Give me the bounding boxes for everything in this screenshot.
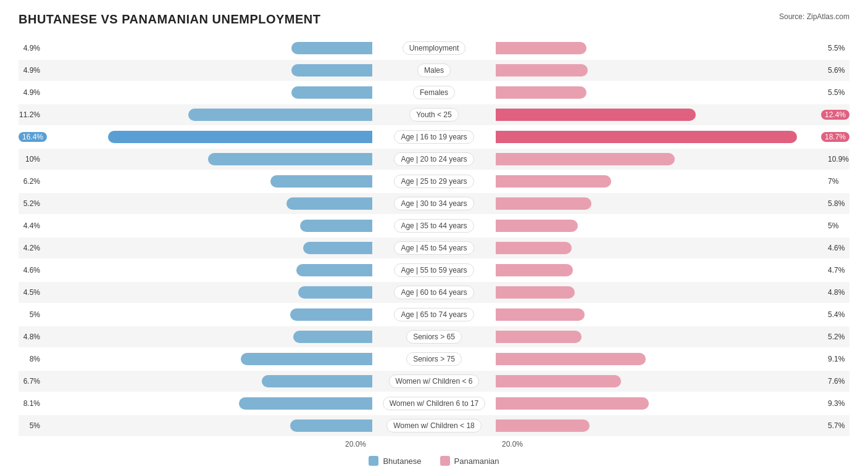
panamanian-color-box [440, 456, 450, 466]
left-side: 4.9% [19, 39, 372, 57]
left-bar-container [43, 153, 372, 165]
right-value-label: 12.4% [821, 110, 849, 120]
right-bar-container [496, 42, 825, 54]
left-bar [298, 286, 372, 299]
right-bar [496, 264, 573, 276]
left-value-label: 4.9% [19, 88, 40, 97]
left-side: 8.1% [19, 395, 372, 412]
bar-row: 16.4% Age | 16 to 19 years 18.7% [19, 126, 849, 147]
right-value-label: 5% [828, 221, 849, 230]
left-bar [290, 419, 372, 432]
center-label: Women w/ Children < 18 [372, 419, 496, 432]
bar-row-inner: 6.2% Age | 25 to 29 years 7% [19, 171, 849, 192]
left-side: 8% [19, 350, 372, 368]
left-bar [188, 109, 372, 121]
center-label: Women w/ Children 6 to 17 [372, 397, 496, 410]
bar-row: 4.9% Unemployment 5.5% [19, 38, 849, 59]
right-value-label: 5.7% [828, 421, 849, 430]
left-side: 4.6% [19, 262, 372, 279]
left-bar-container [43, 264, 372, 276]
right-bar-container [496, 242, 825, 254]
bar-row-inner: 6.7% Women w/ Children < 6 7.6% [19, 371, 849, 392]
right-bar-container [496, 86, 825, 99]
left-bar [291, 42, 372, 54]
left-value-label: 5% [19, 310, 40, 319]
right-value-label: 10.9% [828, 155, 849, 163]
center-pill: Youth < 25 [409, 108, 458, 122]
bar-row-inner: 4.5% Age | 60 to 64 years 4.8% [19, 282, 849, 303]
right-bar [496, 308, 585, 321]
center-pill: Seniors > 65 [406, 330, 462, 344]
right-bar-container [496, 131, 818, 143]
right-value-label: 5.5% [828, 88, 849, 97]
right-value-label: 5.6% [828, 66, 849, 75]
bar-row-inner: 16.4% Age | 16 to 19 years 18.7% [19, 126, 849, 147]
right-side: 5% [496, 217, 849, 234]
bar-row: 5% Women w/ Children < 18 5.7% [19, 415, 849, 436]
left-side: 5.2% [19, 195, 372, 212]
center-label: Age | 45 to 54 years [372, 241, 496, 255]
right-bar [496, 242, 572, 254]
left-value-label: 6.2% [19, 177, 40, 186]
center-label: Females [372, 86, 496, 99]
right-bar-container [496, 64, 825, 76]
left-bar-container [43, 175, 372, 188]
left-bar-container [43, 64, 372, 76]
left-value-label: 10% [19, 155, 40, 163]
center-label: Women w/ Children < 6 [372, 374, 496, 388]
center-label: Age | 60 to 64 years [372, 286, 496, 299]
right-value-label: 5.8% [828, 199, 849, 208]
right-bar [496, 197, 591, 210]
left-side: 4.8% [19, 328, 372, 345]
left-bar [290, 308, 372, 321]
center-pill: Age | 65 to 74 years [394, 308, 474, 321]
left-bar-container [43, 308, 372, 321]
left-side: 6.7% [19, 373, 372, 390]
bar-row-inner: 4.9% Males 5.6% [19, 60, 849, 81]
center-label: Age | 30 to 34 years [372, 197, 496, 210]
right-side: 9.3% [496, 395, 849, 412]
right-bar-container [496, 353, 825, 365]
left-side: 4.2% [19, 239, 372, 257]
left-value-label: 4.9% [19, 66, 40, 75]
right-side: 18.7% [496, 128, 849, 146]
left-bar [286, 197, 372, 210]
scale-row: 20.0% 20.0% [19, 440, 849, 448]
left-side: 4.9% [19, 84, 372, 101]
right-side: 5.2% [496, 328, 849, 345]
scale-right: 20.0% [496, 440, 849, 448]
left-bar-container [43, 42, 372, 54]
right-value-label: 7.6% [828, 377, 849, 386]
left-bar [291, 64, 372, 76]
legend: Bhutanese Panamanian [19, 456, 849, 466]
right-bar-container [496, 397, 825, 410]
right-value-label: 7% [828, 177, 849, 186]
right-value-label: 5.4% [828, 310, 849, 319]
right-bar-container [496, 197, 825, 210]
left-side: 4.9% [19, 62, 372, 79]
bhutanese-label: Bhutanese [383, 457, 421, 466]
left-bar-container [43, 419, 372, 432]
right-bar [496, 353, 646, 365]
right-bar [496, 331, 582, 343]
right-side: 5.8% [496, 195, 849, 212]
bar-row: 8.1% Women w/ Children 6 to 17 9.3% [19, 393, 849, 414]
left-value-label: 4.9% [19, 44, 40, 52]
center-pill: Age | 55 to 59 years [394, 263, 474, 277]
right-bar-container [496, 331, 825, 343]
left-side: 16.4% [19, 128, 372, 146]
bar-row-inner: 4.9% Unemployment 5.5% [19, 38, 849, 59]
center-pill: Age | 45 to 54 years [394, 241, 474, 255]
left-bar [241, 353, 372, 365]
left-value-label: 8% [19, 355, 40, 363]
right-bar [496, 153, 675, 165]
chart-container: BHUTANESE VS PANAMANIAN UNEMPLOYMENT Sou… [19, 12, 849, 466]
left-bar [262, 375, 372, 387]
bar-row-inner: 8.1% Women w/ Children 6 to 17 9.3% [19, 393, 849, 414]
right-side: 5.4% [496, 306, 849, 323]
right-bar-container [496, 264, 825, 276]
right-side: 4.8% [496, 284, 849, 301]
bar-row-inner: 5% Women w/ Children < 18 5.7% [19, 415, 849, 436]
center-label: Seniors > 75 [372, 352, 496, 366]
chart-source: Source: ZipAtlas.com [779, 12, 849, 21]
